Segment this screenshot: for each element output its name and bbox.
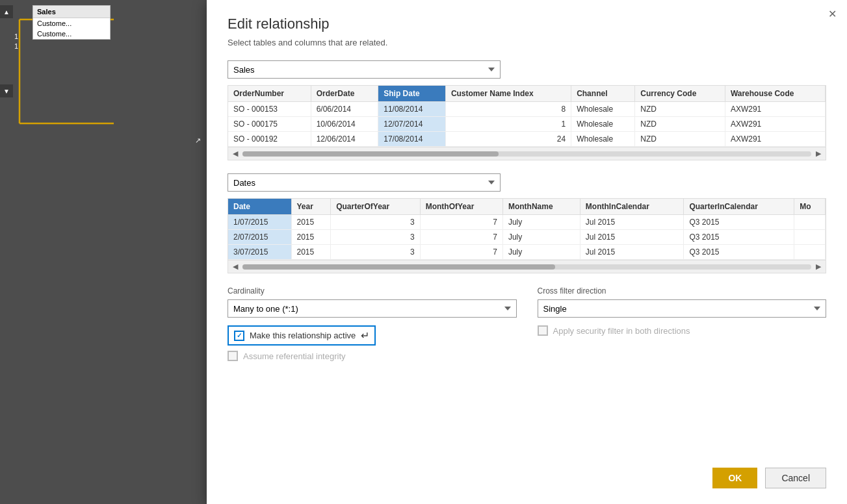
cell: Wholesale xyxy=(571,132,635,147)
table-row: 1/07/2015 2015 3 7 July Jul 2015 Q3 2015 xyxy=(228,215,826,230)
cell: SO - 000153 xyxy=(228,102,311,117)
canvas-scroll-up[interactable]: ▲ xyxy=(0,5,13,18)
scrollbar-thumb-2[interactable] xyxy=(242,264,555,270)
table-row: 3/07/2015 2015 3 7 July Jul 2015 Q3 2015 xyxy=(228,245,826,260)
col-order-date: OrderDate xyxy=(311,86,378,102)
cell: 7 xyxy=(420,215,502,230)
col-ship-date: Ship Date xyxy=(378,86,446,102)
col-year: Year xyxy=(291,199,331,215)
cell: 2015 xyxy=(291,215,331,230)
cross-filter-group: Cross filter direction Single Both xyxy=(538,286,827,318)
canvas-area: ▲ ▼ 1 1 ↗ Sales Custome... Custome... xyxy=(0,0,207,504)
canvas-card-1: Sales Custome... Custome... xyxy=(33,5,111,40)
col-warehouse-code: Warehouse Code xyxy=(725,86,825,102)
canvas-scroll-down[interactable]: ▼ xyxy=(0,84,13,97)
table-row: SO - 000175 10/06/2014 12/07/2014 1 Whol… xyxy=(228,117,826,132)
cell: Q3 2015 xyxy=(684,215,794,230)
cancel-button[interactable]: Cancel xyxy=(765,468,826,488)
table2-header-row: Date Year QuarterOfYear MonthOfYear Mont… xyxy=(228,199,826,215)
cell: 8 xyxy=(445,102,571,117)
cell xyxy=(794,230,826,245)
checkbox-section: ✓ Make this relationship active ↵ Assume… xyxy=(228,325,517,361)
ok-button[interactable]: OK xyxy=(712,468,757,488)
scroll-right-icon[interactable]: ▶ xyxy=(813,148,824,160)
cell-highlighted: 3/07/2015 xyxy=(228,245,291,260)
cell-highlighted: 2/07/2015 xyxy=(228,230,291,245)
table-row: SO - 000192 12/06/2014 17/08/2014 24 Who… xyxy=(228,132,826,147)
cell: Jul 2015 xyxy=(580,215,684,230)
cell: Q3 2015 xyxy=(684,245,794,260)
col-quarter-of-year: QuarterOfYear xyxy=(331,199,420,215)
scrollbar-track[interactable] xyxy=(242,151,811,157)
table2-dropdown[interactable]: Dates xyxy=(228,173,501,192)
table2-scrollbar[interactable]: ◀ ▶ xyxy=(228,260,826,273)
referential-checkbox-container[interactable]: Assume referential integrity xyxy=(228,351,346,361)
cell-highlighted: 1/07/2015 xyxy=(228,215,291,230)
cell: 24 xyxy=(445,132,571,147)
cardinality-label: Cardinality xyxy=(228,286,517,296)
cell xyxy=(794,215,826,230)
checkbox-checkmark: ✓ xyxy=(237,332,242,339)
scroll-left-icon[interactable]: ◀ xyxy=(229,148,241,160)
table1-header-row: OrderNumber OrderDate Ship Date Customer… xyxy=(228,86,826,102)
col-month-of-year: MonthOfYear xyxy=(420,199,502,215)
cell: NZD xyxy=(635,102,725,117)
cardinality-group: Cardinality Many to one (*:1) One to one… xyxy=(228,286,517,318)
table2-wrapper: Date Year QuarterOfYear MonthOfYear Mont… xyxy=(228,198,826,273)
cell-highlighted: 17/08/2014 xyxy=(378,132,446,147)
cell: 7 xyxy=(420,230,502,245)
security-checkbox-label: Apply security filter in both directions xyxy=(553,326,690,336)
col-month-name: MonthName xyxy=(502,199,580,215)
col-quarter-in-calendar: QuarterInCalendar xyxy=(684,199,794,215)
edit-relationship-modal: ✕ Edit relationship Select tables and co… xyxy=(207,0,847,504)
svg-text:1: 1 xyxy=(14,42,18,50)
referential-checkbox-box[interactable] xyxy=(228,351,238,361)
svg-text:1: 1 xyxy=(14,32,18,40)
col-currency-code: Currency Code xyxy=(635,86,725,102)
cell: July xyxy=(502,230,580,245)
cross-filter-select[interactable]: Single Both xyxy=(538,299,827,318)
cell: Jul 2015 xyxy=(580,245,684,260)
scrollbar-thumb[interactable] xyxy=(242,151,499,157)
active-checkbox-box[interactable]: ✓ xyxy=(234,331,244,341)
cross-filter-label: Cross filter direction xyxy=(538,286,827,296)
security-checkbox-section: Apply security filter in both directions xyxy=(538,325,827,336)
cell: AXW291 xyxy=(725,102,825,117)
scroll-right-2-icon[interactable]: ▶ xyxy=(813,261,824,273)
active-relationship-row: ✓ Make this relationship active ↵ xyxy=(228,325,517,346)
col-customer-name-index: Customer Name Index xyxy=(445,86,571,102)
referential-checkbox-label: Assume referential integrity xyxy=(243,351,346,361)
scroll-left-2-icon[interactable]: ◀ xyxy=(229,261,241,273)
cell: July xyxy=(502,245,580,260)
modal-subtitle: Select tables and columns that are relat… xyxy=(228,38,826,47)
table1-wrapper: OrderNumber OrderDate Ship Date Customer… xyxy=(228,85,826,160)
table-row: SO - 000153 6/06/2014 11/08/2014 8 Whole… xyxy=(228,102,826,117)
cell-highlighted: 12/07/2014 xyxy=(378,117,446,132)
cell: 1 xyxy=(445,117,571,132)
table1-dropdown[interactable]: Sales xyxy=(228,60,501,79)
security-checkbox-container[interactable]: Apply security filter in both directions xyxy=(538,325,690,336)
close-button[interactable]: ✕ xyxy=(828,8,837,20)
modal-title: Edit relationship xyxy=(228,16,826,32)
cell: 10/06/2014 xyxy=(311,117,378,132)
col-order-number: OrderNumber xyxy=(228,86,311,102)
table1-dropdown-row: Sales xyxy=(228,60,826,79)
right-controls: Cross filter direction Single Both Apply… xyxy=(538,286,827,341)
cell: Jul 2015 xyxy=(580,230,684,245)
cell: 3 xyxy=(331,215,420,230)
table-row: 2/07/2015 2015 3 7 July Jul 2015 Q3 2015 xyxy=(228,230,826,245)
cell: 12/06/2014 xyxy=(311,132,378,147)
cell: Wholesale xyxy=(571,102,635,117)
active-relationship-checkbox-container[interactable]: ✓ Make this relationship active ↵ xyxy=(228,325,376,346)
cell: SO - 000175 xyxy=(228,117,311,132)
table2-dropdown-row: Dates xyxy=(228,173,826,192)
cell: NZD xyxy=(635,132,725,147)
scrollbar-track-2[interactable] xyxy=(242,264,811,270)
cell: July xyxy=(502,215,580,230)
table1-scrollbar[interactable]: ◀ ▶ xyxy=(228,147,826,160)
col-mo: Mo xyxy=(794,199,826,215)
security-checkbox-box[interactable] xyxy=(538,325,548,336)
cell: 7 xyxy=(420,245,502,260)
col-date: Date xyxy=(228,199,291,215)
cardinality-select[interactable]: Many to one (*:1) One to one (1:1) One t… xyxy=(228,299,517,318)
